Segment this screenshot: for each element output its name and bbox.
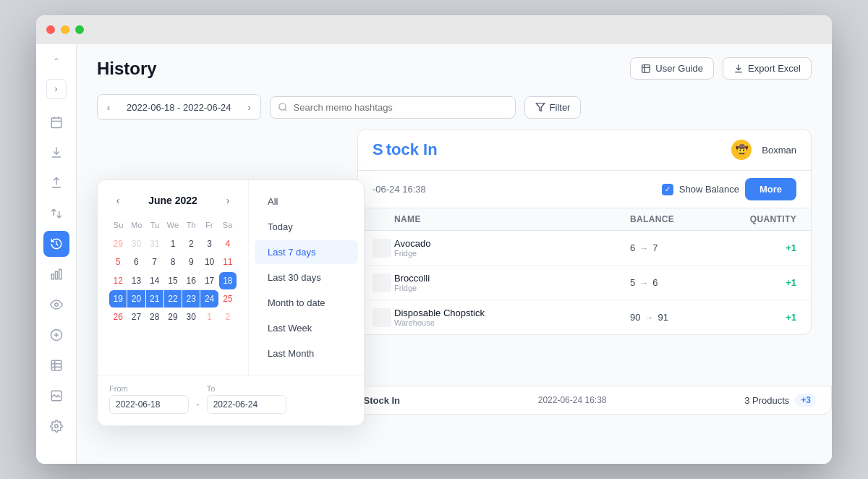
calendar-day[interactable]: 20: [127, 290, 145, 308]
table-row: Avocado Fridge 6 → 7 +1: [358, 231, 811, 266]
sidebar-icon-settings[interactable]: [43, 413, 69, 439]
table-header: Name Balance Quantity: [358, 208, 811, 231]
svg-rect-11: [51, 360, 61, 370]
date-range-prev-button[interactable]: ‹: [98, 95, 119, 119]
calendar-day[interactable]: 17: [200, 272, 218, 289]
bottom-stock-label: Stock In: [364, 395, 401, 406]
calendar-day[interactable]: 27: [127, 308, 145, 326]
filter-icon: [535, 102, 545, 112]
date-range-picker[interactable]: ‹ 2022-06-18 - 2022-06-24 ›: [97, 94, 261, 120]
calendar-day[interactable]: 26: [109, 308, 127, 326]
calendar-day[interactable]: 14: [146, 272, 163, 289]
calendar-day[interactable]: 11: [219, 253, 237, 271]
calendar-day[interactable]: 31: [146, 235, 163, 253]
sidebar-icon-calendar[interactable]: [43, 109, 69, 135]
calendar-days: 2930311234567891011121314151617181920212…: [109, 235, 237, 326]
to-date-input[interactable]: [207, 395, 286, 414]
calendar-day[interactable]: 8: [164, 253, 182, 271]
table-row: Broccolli Fridge 5 → 6 +1: [358, 266, 811, 300]
sidebar-icon-upload[interactable]: [43, 170, 69, 196]
from-date-input[interactable]: [109, 395, 189, 414]
close-button[interactable]: [46, 25, 55, 34]
product-balance: 5 → 6: [630, 277, 724, 288]
calendar-day[interactable]: 15: [164, 272, 182, 289]
product-name: Avocado: [394, 238, 630, 249]
svg-point-20: [278, 103, 285, 110]
calendar-day[interactable]: 23: [182, 290, 200, 308]
calendar-day[interactable]: 19: [109, 290, 127, 308]
sidebar-icon-add[interactable]: [43, 322, 69, 348]
col-balance: Balance: [630, 214, 724, 224]
more-button[interactable]: More: [745, 178, 796, 200]
calendar-day[interactable]: 2: [182, 235, 200, 253]
quick-filter-item[interactable]: All: [255, 190, 358, 213]
quick-filter-item[interactable]: Last 30 days: [255, 266, 358, 289]
arrow-right-icon: →: [639, 243, 648, 253]
calendar-day[interactable]: 22: [164, 290, 182, 308]
svg-rect-5: [55, 271, 57, 279]
avatar-name: Boxman: [762, 145, 796, 156]
quick-filter-item[interactable]: Last 7 days: [255, 240, 358, 264]
calendar-day[interactable]: 2: [219, 308, 237, 326]
calendar-prev-button[interactable]: ‹: [109, 192, 127, 209]
show-balance-label: Show Balance: [679, 184, 739, 195]
calendar-day[interactable]: 16: [182, 272, 200, 289]
product-category: Fridge: [394, 249, 630, 258]
quick-filter-item[interactable]: Month to date: [255, 291, 358, 315]
export-excel-button[interactable]: Export Excel: [723, 57, 812, 80]
stock-subheader: -06-24 16:38 ✓ Show Balance More: [358, 171, 811, 208]
calendar-day[interactable]: 25: [219, 290, 237, 308]
minimize-button[interactable]: [61, 25, 69, 34]
sidebar: ⌃ ›: [36, 44, 77, 464]
calendar-day[interactable]: 12: [109, 272, 127, 289]
product-quantity: +1: [724, 312, 796, 323]
sidebar-icon-transfer[interactable]: [43, 200, 69, 226]
calendar-day[interactable]: 29: [109, 235, 127, 253]
search-input[interactable]: [294, 97, 508, 118]
bottom-stock-bar: ↓ Stock In 2022-06-24 16:38 3 Products +…: [337, 386, 832, 415]
sidebar-expand-button[interactable]: ›: [46, 79, 67, 99]
sidebar-icon-download[interactable]: [43, 140, 69, 166]
stock-in-title-icon: S: [373, 140, 383, 159]
calendar-day[interactable]: 4: [219, 235, 237, 253]
svg-rect-6: [59, 269, 61, 279]
maximize-button[interactable]: [75, 25, 84, 34]
sidebar-icon-image[interactable]: [43, 383, 69, 409]
calendar-day[interactable]: 18: [219, 272, 237, 289]
quick-filter-item[interactable]: Today: [255, 215, 358, 239]
calendar-day[interactable]: 1: [200, 308, 218, 326]
show-balance-checkbox[interactable]: ✓: [662, 184, 673, 195]
calendar-day[interactable]: 30: [182, 308, 200, 326]
calendar-day[interactable]: 28: [146, 308, 163, 326]
date-range-next-button[interactable]: ›: [239, 95, 260, 119]
calendar-day[interactable]: 13: [127, 272, 145, 289]
sidebar-icon-table[interactable]: [43, 352, 69, 378]
arrow-right-icon: →: [644, 313, 653, 323]
filter-button[interactable]: Filter: [524, 96, 582, 119]
quick-filter-item[interactable]: Last Week: [255, 316, 358, 340]
calendar-day[interactable]: 24: [200, 290, 218, 308]
product-image: [373, 274, 391, 292]
main-content: History User Guide Export Excel ‹ 202: [77, 44, 832, 464]
calendar-next-button[interactable]: ›: [219, 192, 237, 209]
calendar-day[interactable]: 6: [127, 253, 145, 271]
calendar-day[interactable]: 21: [146, 290, 163, 308]
calendar-day[interactable]: 29: [164, 308, 182, 326]
sidebar-collapse-button[interactable]: ⌃: [46, 51, 67, 72]
calendar-day[interactable]: 1: [164, 235, 182, 253]
search-bar[interactable]: [270, 96, 516, 119]
calendar-day[interactable]: 3: [200, 235, 218, 253]
quick-filter-item[interactable]: Last Month: [255, 342, 358, 365]
calendar-day[interactable]: 5: [109, 253, 127, 271]
sidebar-icon-eye[interactable]: [43, 292, 69, 318]
sidebar-icon-history[interactable]: [43, 231, 69, 257]
toolbar: ‹ 2022-06-18 - 2022-06-24 › Filter: [77, 88, 832, 129]
product-image: [373, 308, 391, 327]
calendar-day[interactable]: 9: [182, 253, 200, 271]
calendar-day[interactable]: 30: [127, 235, 145, 253]
calendar-day[interactable]: 10: [200, 253, 218, 271]
user-guide-button[interactable]: User Guide: [630, 57, 714, 80]
calendar-day[interactable]: 7: [146, 253, 163, 271]
sidebar-icon-chart[interactable]: [43, 261, 69, 287]
product-category: Warehouse: [394, 318, 630, 327]
